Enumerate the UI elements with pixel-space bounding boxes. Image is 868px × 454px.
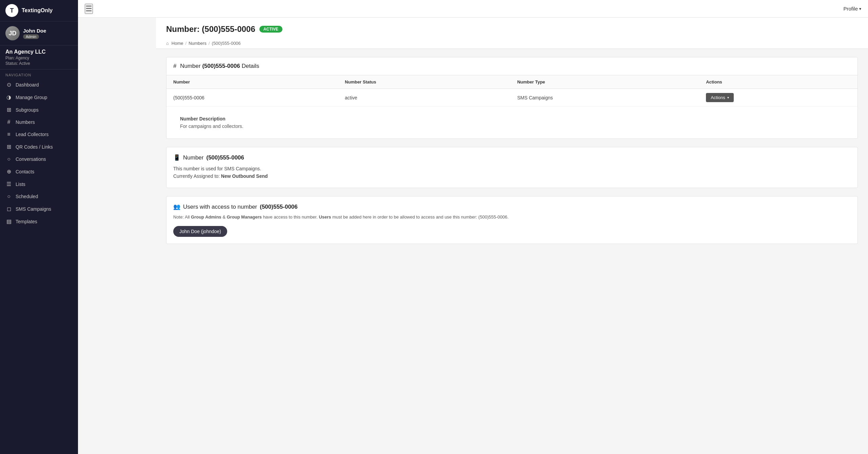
home-icon: ⌂ [166, 41, 169, 46]
cell-type: SMS Campaigns [510, 89, 699, 107]
users-section-title: 👥 Users with access to number (500)555-0… [173, 203, 851, 210]
user-role: Admin [23, 34, 39, 39]
col-status: Number Status [338, 75, 510, 89]
manage-group-icon: ◑ [5, 94, 12, 100]
agency-status: Status: Active [5, 61, 73, 66]
phone-section-card: 📱 Number (500)555-0006 This number is us… [166, 147, 858, 188]
sidebar-item-label: Numbers [16, 119, 35, 125]
profile-button[interactable]: Profile ▾ [843, 6, 861, 12]
sidebar-item-lists[interactable]: ☰ Lists [0, 178, 78, 190]
sidebar-item-label: Contacts [16, 169, 34, 174]
description-row: Number Description For campaigns and col… [166, 107, 857, 139]
users-note: Note: All Group Admins & Group Managers … [173, 214, 851, 221]
status-badge: ACTIVE [259, 26, 282, 33]
details-section-title: # Number (500)555-0006 Details [166, 57, 857, 75]
agency-name: An Agency LLC [5, 49, 73, 55]
sidebar-item-label: Lists [16, 182, 25, 187]
topbar: ☰ Profile ▾ [78, 0, 868, 18]
profile-label: Profile [843, 6, 858, 12]
sidebar-logo: T TextingOnly [0, 0, 78, 21]
sidebar-item-numbers[interactable]: # Numbers [0, 116, 78, 128]
breadcrumb: ⌂ Home / Numbers / (500)555-0006 [166, 38, 858, 49]
sidebar-item-label: Templates [16, 219, 37, 224]
lists-icon: ☰ [5, 181, 12, 187]
main-content: Number: (500)555-0006 ACTIVE ⌂ Home / Nu… [156, 18, 868, 454]
user-tag[interactable]: John Doe (johndoe) [173, 226, 227, 237]
sidebar: T TextingOnly JD John Doe Admin An Agenc… [0, 0, 78, 454]
breadcrumb-home[interactable]: Home [172, 41, 183, 46]
col-number: Number [166, 75, 338, 89]
lead-collectors-icon: ≡ [5, 131, 12, 137]
sidebar-item-sms-campaigns[interactable]: ◻ SMS Campaigns [0, 203, 78, 215]
dashboard-icon: ⊙ [5, 81, 12, 88]
page-header: Number: (500)555-0006 ACTIVE ⌂ Home / Nu… [156, 18, 868, 49]
description-label: Number Description [180, 116, 844, 121]
sidebar-item-label: Scheduled [16, 194, 38, 199]
table-row: (500)555-0006 active SMS Campaigns Actio… [166, 89, 857, 107]
sidebar-item-label: Lead Collectors [16, 132, 48, 137]
phone-info: This number is used for SMS Campaigns. C… [173, 166, 851, 179]
logo-icon: T [5, 4, 18, 17]
sms-campaigns-icon: ◻ [5, 206, 12, 212]
description-text: For campaigns and collectors. [180, 124, 844, 129]
col-actions: Actions [699, 75, 857, 89]
sidebar-item-contacts[interactable]: ⊕ Contacts [0, 165, 78, 178]
users-section-content: 👥 Users with access to number (500)555-0… [166, 196, 857, 244]
scheduled-icon: ○ [5, 193, 12, 200]
sidebar-item-subgroups[interactable]: ⊞ Subgroups [0, 103, 78, 116]
numbers-icon: # [5, 119, 12, 125]
avatar: JD [5, 26, 20, 40]
qr-codes-icon: ⊞ [5, 144, 12, 150]
chevron-down-icon: ▾ [859, 6, 861, 11]
sidebar-item-scheduled[interactable]: ○ Scheduled [0, 190, 78, 203]
user-name: John Doe [23, 28, 46, 34]
phone-section-title: 📱 Number (500)555-0006 [173, 154, 851, 161]
phone-info-line1: This number is used for SMS Campaigns. [173, 166, 851, 171]
hamburger-button[interactable]: ☰ [85, 4, 93, 14]
app-name: TextingOnly [22, 7, 53, 14]
phone-assigned: Currently Assigned to: New Outbound Send [173, 173, 851, 179]
details-table: Number Number Status Number Type Actions… [166, 75, 857, 138]
cell-number: (500)555-0006 [166, 89, 338, 107]
col-type: Number Type [510, 75, 699, 89]
sidebar-item-label: Conversations [16, 156, 46, 162]
sidebar-item-dashboard[interactable]: ⊙ Dashboard [0, 78, 78, 91]
sidebar-item-qr-codes[interactable]: ⊞ QR Codes / Links [0, 140, 78, 153]
cell-actions: Actions ▾ [699, 89, 857, 107]
conversations-icon: ○ [5, 156, 12, 162]
agency-info: An Agency LLC Plan: Agency Status: Activ… [0, 45, 78, 70]
breadcrumb-numbers[interactable]: Numbers [189, 41, 206, 46]
caret-icon: ▾ [727, 96, 729, 99]
user-info: JD John Doe Admin [0, 21, 78, 45]
contacts-icon: ⊕ [5, 168, 12, 175]
subgroups-icon: ⊞ [5, 107, 12, 113]
sidebar-item-label: QR Codes / Links [16, 144, 53, 150]
sidebar-item-manage-group[interactable]: ◑ Manage Group [0, 91, 78, 103]
sidebar-item-lead-collectors[interactable]: ≡ Lead Collectors [0, 128, 78, 140]
templates-icon: ▤ [5, 218, 12, 225]
sidebar-item-label: Manage Group [16, 95, 47, 100]
users-section-card: 👥 Users with access to number (500)555-0… [166, 196, 858, 244]
breadcrumb-current: (500)555-0006 [212, 41, 241, 46]
phone-section-content: 📱 Number (500)555-0006 This number is us… [166, 147, 857, 188]
nav-label: NAVIGATION [0, 70, 78, 78]
content-area: # Number (500)555-0006 Details Number Nu… [156, 49, 868, 260]
agency-plan: Plan: Agency [5, 56, 73, 60]
sidebar-item-label: Subgroups [16, 107, 39, 113]
description-cell: Number Description For campaigns and col… [166, 107, 857, 139]
number-details-card: # Number (500)555-0006 Details Number Nu… [166, 57, 858, 139]
sidebar-item-label: SMS Campaigns [16, 206, 51, 212]
users-icon: 👥 [173, 203, 180, 210]
phone-icon: 📱 [173, 154, 180, 161]
actions-dropdown-button[interactable]: Actions ▾ [706, 93, 734, 102]
sidebar-item-conversations[interactable]: ○ Conversations [0, 153, 78, 165]
page-title-row: Number: (500)555-0006 ACTIVE [166, 24, 858, 38]
page-title: Number: (500)555-0006 [166, 24, 255, 34]
sidebar-item-label: Dashboard [16, 82, 39, 88]
sidebar-item-templates[interactable]: ▤ Templates [0, 215, 78, 228]
cell-status: active [338, 89, 510, 107]
